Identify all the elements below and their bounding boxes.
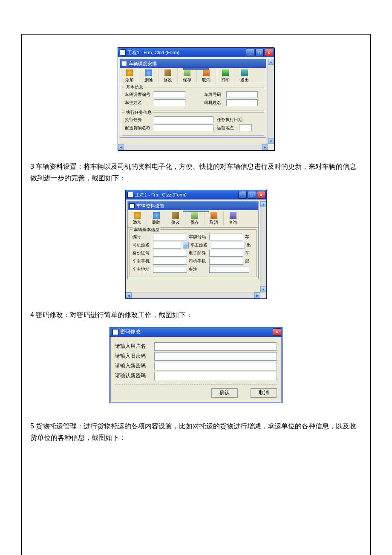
label-plate: 车牌号码 (204, 92, 225, 98)
label-remark: 备注 (189, 266, 208, 272)
group-title: 车辆基本信息 (133, 227, 161, 233)
scroll-up-icon[interactable]: ▲ (268, 59, 274, 65)
minimize-button[interactable]: _ (238, 191, 247, 199)
add-icon (126, 69, 133, 76)
group-title: 执行任务信息 (125, 110, 153, 116)
group-task-info: 执行任务信息 执行任务任务执行日期 配送货物名称运营地点 (122, 112, 264, 136)
input-plate[interactable] (209, 234, 243, 240)
window-cldd: 工程1 - Frm_Cldd (Form) _ □ × 车辆调度安排 添加 删除… (118, 47, 274, 150)
cancel-button[interactable]: 取消 (251, 388, 277, 398)
tb-print[interactable]: 打印 (216, 69, 235, 84)
input-driver-phone[interactable] (209, 258, 243, 265)
input-remark[interactable] (209, 266, 249, 273)
tb-add[interactable]: 添加 (120, 69, 139, 84)
input-old-password[interactable] (154, 352, 277, 361)
window-password: 密码修改 × 请输入用户名 请输入旧密码 请输入新密码 请确认新密码 确认 取消 (110, 327, 282, 403)
input-idno[interactable] (153, 250, 187, 257)
label-cut: 出 (247, 242, 251, 248)
input-confirm-password[interactable] (154, 372, 277, 380)
tb-add[interactable]: 添加 (128, 211, 147, 226)
group-basic-info: 基本信息 车辆调度编号车牌号码 车主姓名司机姓名 (122, 87, 264, 110)
label-address: 车主地址 (133, 266, 151, 272)
window-clzz: 工程1 - Frm_Clzz (Form) _ □ × 车辆资料设置 添加 删除… (125, 190, 267, 299)
label-task-date: 任务执行日期 (217, 117, 242, 123)
cancel-icon (210, 212, 217, 219)
inner-titlebar[interactable]: 车辆调度安排 (120, 59, 266, 68)
pw-titlebar[interactable]: 密码修改 × (110, 327, 282, 337)
tb-delete[interactable]: 删除 (139, 69, 159, 84)
input-location[interactable] (239, 124, 252, 131)
label-cut: 车 (245, 234, 249, 240)
query-icon (230, 212, 236, 219)
label-owner: 车主姓名 (125, 100, 152, 106)
vertical-scrollbar[interactable]: ▲▼ (268, 59, 274, 144)
scroll-left-icon[interactable]: ◀ (126, 292, 132, 298)
label-driver-phone: 司机手机 (189, 258, 208, 264)
tb-modify[interactable]: 修改 (159, 69, 178, 84)
close-button[interactable]: × (273, 328, 281, 336)
label-old-password: 请输入旧密码 (115, 353, 153, 360)
scroll-left-icon[interactable]: ◀ (118, 144, 124, 150)
outer-titlebar[interactable]: 工程1 - Frm_Clzz (Form) _ □ × (126, 190, 266, 199)
save-icon (184, 69, 190, 76)
tb-cancel[interactable]: 取消 (205, 211, 224, 226)
label-id: 编号 (133, 234, 151, 240)
delete-icon (145, 69, 152, 76)
input-dispatch-no[interactable] (154, 91, 185, 98)
form-icon (122, 61, 127, 66)
scroll-right-icon[interactable]: ▶ (254, 292, 260, 298)
minimize-button[interactable]: _ (246, 49, 254, 56)
scroll-right-icon[interactable]: ▶ (262, 144, 268, 150)
modify-icon (172, 212, 179, 219)
input-driver[interactable] (226, 99, 258, 106)
tb-save[interactable]: 保存 (185, 211, 205, 226)
tb-exit[interactable]: 退出 (235, 69, 254, 84)
toolbar: 添加 删除 修改 保存 取消 查询 (128, 210, 258, 228)
input-driver[interactable] (153, 242, 181, 249)
maximize-button[interactable]: □ (255, 49, 264, 56)
form-icon (130, 203, 135, 208)
maximize-button[interactable]: □ (248, 191, 256, 199)
label-username: 请输入用户名 (115, 343, 153, 350)
outer-titlebar[interactable]: 工程1 - Frm_Cldd (Form) _ □ × (118, 48, 274, 57)
tb-save[interactable]: 保存 (178, 69, 197, 84)
label-driver: 司机姓名 (133, 242, 151, 248)
form-icon (112, 329, 118, 335)
save-icon (191, 212, 198, 219)
horizontal-scrollbar[interactable]: ◀▶ (118, 144, 268, 150)
scroll-down-icon[interactable]: ▼ (260, 286, 266, 292)
inner-titlebar[interactable]: 车辆资料设置 (128, 202, 258, 210)
tb-query[interactable]: 查询 (224, 211, 242, 226)
outer-title: 工程1 - Frm_Clzz (Form) (135, 192, 187, 198)
group-title: 基本信息 (125, 84, 144, 90)
input-email[interactable] (209, 250, 243, 257)
input-new-password[interactable] (154, 362, 277, 370)
ok-button[interactable]: 确认 (211, 388, 238, 398)
input-goods[interactable] (154, 124, 213, 131)
label-cut: 车 (245, 250, 249, 256)
add-icon (134, 212, 141, 219)
input-plate[interactable] (226, 91, 258, 98)
tb-delete[interactable]: 删除 (147, 211, 166, 226)
input-owner[interactable] (154, 99, 185, 106)
scroll-up-icon[interactable]: ▲ (260, 201, 266, 207)
tb-cancel[interactable]: 取消 (197, 69, 216, 84)
paragraph-5: 5 货物托运管理：进行货物托运的各项内容设置，比如对托运的货物进行增减，承运单位… (30, 420, 362, 443)
input-address[interactable] (153, 266, 187, 273)
input-id[interactable] (153, 234, 187, 240)
input-owner[interactable] (211, 242, 245, 249)
input-owner-phone[interactable] (153, 258, 187, 265)
input-username[interactable] (154, 342, 277, 351)
lookup-button[interactable]: ‹‹ (183, 242, 189, 249)
close-button[interactable]: × (257, 191, 265, 199)
label-driver: 司机姓名 (204, 100, 225, 106)
input-task[interactable] (154, 116, 213, 123)
paragraph-4: 4 密码修改：对密码进行简单的修改工作，截图如下： (30, 309, 362, 321)
tb-modify[interactable]: 修改 (166, 211, 185, 226)
scroll-down-icon[interactable]: ▼ (268, 138, 274, 144)
close-button[interactable]: × (265, 49, 273, 56)
inner-title-text: 车辆资料设置 (136, 203, 164, 209)
horizontal-scrollbar[interactable]: ◀▶ (126, 292, 260, 298)
label-email: 电子邮件 (189, 250, 208, 256)
vertical-scrollbar[interactable]: ▲▼ (260, 201, 266, 292)
